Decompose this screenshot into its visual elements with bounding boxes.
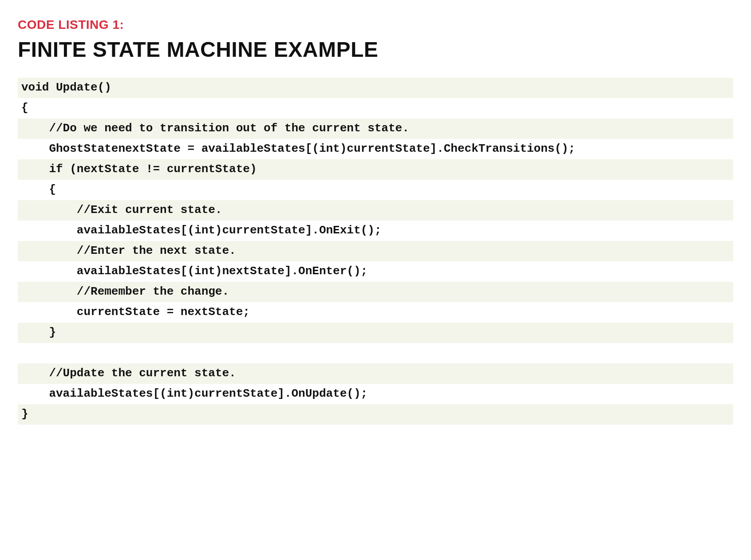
- code-line: }: [18, 323, 733, 343]
- code-line: {: [18, 98, 733, 118]
- code-line: }: [18, 404, 733, 425]
- code-line: //Enter the next state.: [18, 241, 733, 261]
- code-line: availableStates[(int)currentState].OnUpd…: [18, 384, 733, 404]
- code-line: void Update(): [18, 78, 733, 98]
- code-line: //Remember the change.: [18, 282, 733, 302]
- code-line: //Update the current state.: [18, 363, 733, 384]
- code-line: availableStates[(int)nextState].OnEnter(…: [18, 261, 733, 282]
- code-line: //Do we need to transition out of the cu…: [18, 118, 733, 139]
- code-block: void Update() { //Do we need to transiti…: [18, 78, 733, 425]
- code-line: if (nextState != currentState): [18, 159, 733, 180]
- code-line: {: [18, 180, 733, 200]
- code-line: [18, 343, 733, 363]
- code-line: availableStates[(int)currentState].OnExi…: [18, 221, 733, 241]
- listing-title: FINITE STATE MACHINE EXAMPLE: [18, 37, 733, 62]
- code-line: //Exit current state.: [18, 200, 733, 221]
- listing-label: CODE LISTING 1:: [18, 18, 733, 32]
- code-line: GhostStatenextState = availableStates[(i…: [18, 139, 733, 159]
- code-line: currentState = nextState;: [18, 302, 733, 323]
